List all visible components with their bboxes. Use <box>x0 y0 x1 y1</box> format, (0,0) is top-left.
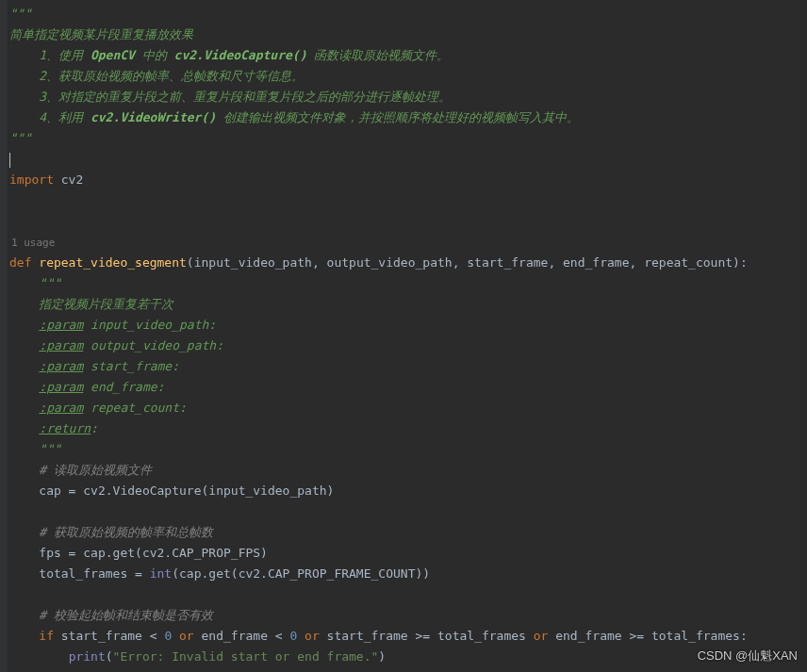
step-2-text: 获取原始视频的帧率、总帧数和尺寸等信息。 <box>58 69 304 83</box>
param-tag-4: :param <box>39 380 83 394</box>
param-tag-1: :param <box>39 318 83 332</box>
step-num-3: 3、 <box>39 90 58 104</box>
fn-doc-open: """ <box>39 276 60 290</box>
step-1-prefix: 使用 <box>58 48 91 62</box>
step-1-suffix: 函数读取原始视频文件。 <box>306 48 449 62</box>
step-4-code: cv2.VideoWriter() <box>91 110 216 124</box>
step-num-4: 4、 <box>39 110 58 124</box>
function-name: repeat_video_segment <box>39 255 187 270</box>
param-name-4: end_frame: <box>83 380 164 394</box>
return-tag: :return <box>39 421 91 435</box>
param-name-1: input_video_path: <box>83 318 216 332</box>
step-1-mid: 中的 <box>135 48 174 62</box>
step-num-2: 2、 <box>39 69 58 83</box>
print-lp: ( <box>106 649 113 664</box>
param-1: input_video_path <box>194 255 312 270</box>
comment-1: # 读取原始视频文件 <box>39 463 152 477</box>
fn-doc-close: """ <box>39 442 60 456</box>
param-name-5: repeat_count: <box>83 401 187 415</box>
code-total-pre: total_frames = <box>39 566 149 581</box>
import-module: cv2 <box>61 172 83 187</box>
docstring-close: """ <box>9 131 31 145</box>
watermark-text: CSDN @仙魁XAN <box>698 647 798 664</box>
or-2: or <box>297 629 326 643</box>
comment-3: # 校验起始帧和结束帧是否有效 <box>39 608 213 622</box>
code-line-cap: cap = cv2.VideoCapture(input_video_path) <box>39 484 334 498</box>
if-2: end_frame < <box>202 629 290 643</box>
print-fn: print <box>69 649 106 664</box>
param-3: start_frame <box>467 255 548 270</box>
fn-doc-desc: 指定视频片段重复若干次 <box>39 297 173 311</box>
param-tag-2: :param <box>39 338 83 352</box>
comment-2: # 获取原始视频的帧率和总帧数 <box>39 525 213 539</box>
if-4: end_frame >= total_frames: <box>555 629 748 643</box>
param-tag-3: :param <box>39 359 83 373</box>
import-keyword: import <box>9 172 54 187</box>
step-4-prefix: 利用 <box>58 110 91 124</box>
text-cursor <box>9 153 10 168</box>
lparen: ( <box>187 255 194 270</box>
docstring-open: """ <box>9 7 31 21</box>
step-4-suffix: 创建输出视频文件对象，并按照顺序将处理好的视频帧写入其中。 <box>216 110 579 124</box>
param-name-2: output_video_path: <box>83 338 223 352</box>
if-1: start_frame < <box>54 629 164 643</box>
if-3: start_frame >= total_frames <box>327 629 534 643</box>
param-tag-5: :param <box>39 401 83 415</box>
int-builtin: int <box>150 566 172 581</box>
docstring-title: 简单指定视频某片段重复播放效果 <box>9 27 193 41</box>
print-rp: ) <box>378 649 386 664</box>
code-line-fps: fps = cap.get(cv2.CAP_PROP_FPS) <box>39 546 268 560</box>
step-1-code2: cv2.VideoCapture() <box>174 48 307 62</box>
return-colon: : <box>91 421 98 435</box>
gutter <box>0 0 8 672</box>
def-keyword: def <box>9 255 39 270</box>
step-3-text: 对指定的重复片段之前、重复片段和重复片段之后的部分进行逐帧处理。 <box>58 90 451 104</box>
param-2: output_video_path <box>327 255 453 270</box>
or-3: or <box>534 629 555 643</box>
if-keyword: if <box>39 629 54 643</box>
param-name-3: start_frame: <box>83 359 179 373</box>
usage-hint[interactable]: 1 usage <box>11 237 55 249</box>
step-1-code: OpenCV <box>91 48 135 62</box>
code-total-post: (cap.get(cv2.CAP_PROP_FRAME_COUNT)) <box>172 566 430 581</box>
param-4: end_frame <box>563 255 629 270</box>
param-5: repeat_count <box>644 255 733 270</box>
code-editor[interactable]: """ 简单指定视频某片段重复播放效果 1、使用 OpenCV 中的 cv2.V… <box>0 0 807 667</box>
or-1: or <box>172 629 201 643</box>
step-num-1: 1、 <box>39 48 58 62</box>
rparen: ): <box>733 255 748 270</box>
error-string: "Error: Invalid start or end frame." <box>113 649 379 664</box>
